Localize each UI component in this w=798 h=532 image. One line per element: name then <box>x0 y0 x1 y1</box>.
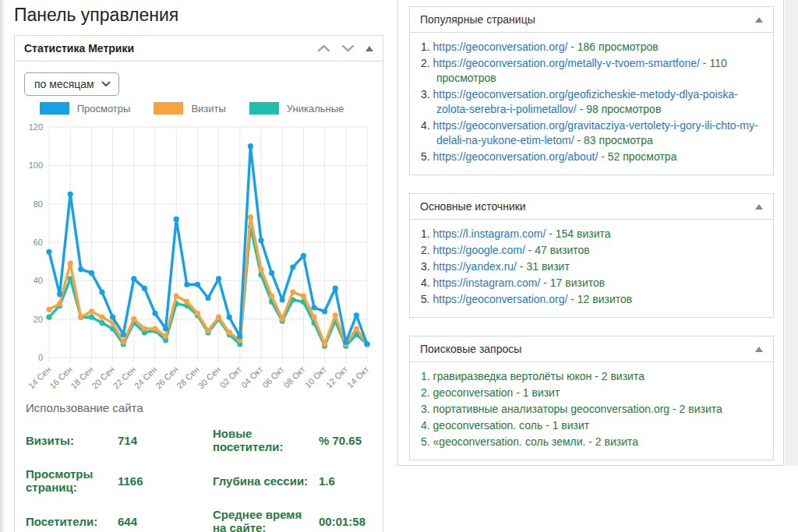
stat-value: 1.6 <box>319 474 365 488</box>
panel-main-sources: Основные источники 1. https://l.instagra… <box>409 193 774 318</box>
page-link[interactable]: https://geoconversation.org/ <box>433 293 568 305</box>
item-count: - 2 визита <box>669 403 722 415</box>
y-axis-label: 120 <box>29 122 43 132</box>
data-point <box>68 261 73 266</box>
data-point <box>163 326 168 331</box>
page-link[interactable]: https://geoconversation.org/ <box>433 41 568 53</box>
page-link[interactable]: https://geoconversation.org/about/ <box>433 150 598 163</box>
metrika-panel-body: по месяцам ПросмотрыВизитыУникальные 020… <box>15 62 383 532</box>
data-point <box>163 333 168 339</box>
page-title: Панель управления <box>14 5 178 26</box>
stat-label: Визиты: <box>26 434 113 447</box>
metrika-panel-controls <box>317 44 373 52</box>
list-item-number: 2. <box>421 57 433 69</box>
x-axis-label: 08 Окт <box>281 365 306 389</box>
list-item-number: 5. <box>421 150 433 163</box>
data-point <box>258 266 263 272</box>
site-usage-stats: Визиты:714Новые посетители:% 70.65Просмо… <box>26 427 373 532</box>
page-link[interactable]: https://google.com/ <box>433 244 525 256</box>
list-item-number: 5. <box>421 293 433 305</box>
list-item-number: 4. <box>421 277 433 289</box>
legend-item[interactable]: Визиты <box>154 102 225 115</box>
collapse-toggle-icon[interactable] <box>755 204 763 210</box>
list-item: 2. https://geoconversation.org/metally-v… <box>421 56 762 86</box>
item-count: - 1 визит <box>542 419 589 432</box>
item-count: - 47 визитов <box>525 244 590 256</box>
search-query-text: гравиразведка вертолёты юкон <box>433 370 592 382</box>
list-item: 5. «geoconversation. соль земли. - 2 виз… <box>421 435 762 449</box>
data-point <box>269 270 274 276</box>
list-item-number: 4. <box>421 119 433 132</box>
legend-item[interactable]: Просмотры <box>40 102 131 115</box>
list-item: 1. https://geoconversation.org/ - 186 пр… <box>421 40 762 55</box>
panel-search-queries: Поисковые запросы 1. гравиразведка верто… <box>409 336 774 460</box>
item-count: - 83 просмотра <box>574 134 653 146</box>
collapse-toggle-icon[interactable] <box>755 347 763 352</box>
stat-label: Глубина сессии: <box>213 474 314 488</box>
data-point <box>290 290 295 295</box>
metrika-panel-title: Статистика Метрики <box>24 42 134 55</box>
data-point <box>121 332 126 337</box>
data-point <box>46 307 51 312</box>
data-point <box>322 308 327 314</box>
stat-value: 644 <box>118 515 208 528</box>
x-axis-label: 26 Сен <box>154 365 180 391</box>
legend-item[interactable]: Уникальные <box>249 102 344 115</box>
item-count: - 17 визитов <box>540 277 605 289</box>
x-axis-label: 14 Сен <box>26 365 53 391</box>
item-count: - 52 просмотра <box>598 150 676 163</box>
data-point <box>333 312 338 318</box>
data-point <box>248 143 253 149</box>
data-point <box>78 315 83 320</box>
data-point <box>131 316 136 322</box>
x-axis-label: 06 Окт <box>260 365 285 389</box>
panel-header: Поисковые запросы <box>410 336 773 362</box>
page-link[interactable]: https://instagram.com/ <box>433 277 541 289</box>
collapse-toggle-icon[interactable] <box>755 17 763 23</box>
x-axis-label: 18 Сен <box>69 365 95 391</box>
legend-label: Визиты <box>191 103 225 115</box>
data-point <box>57 291 62 297</box>
data-point <box>280 297 285 302</box>
data-point <box>131 276 136 281</box>
data-point <box>89 270 94 276</box>
stat-value: % 70.65 <box>319 434 365 447</box>
data-point <box>174 217 179 222</box>
data-point <box>195 282 200 287</box>
x-axis-label: 22 Сен <box>111 365 138 391</box>
panel-popular-pages: Популярные страницы 1. https://geoconver… <box>409 6 774 175</box>
page-link[interactable]: https://yandex.ru/ <box>433 260 517 273</box>
page-link[interactable]: https://l.instagram.com/ <box>433 227 546 240</box>
move-down-icon[interactable] <box>341 44 355 52</box>
data-point <box>301 293 306 298</box>
data-point <box>174 293 179 298</box>
site-usage-title: Использование сайта <box>26 401 373 414</box>
data-point <box>216 315 221 320</box>
list-item-number: 1. <box>421 41 433 53</box>
list-item: 4. https://geoconversation.org/gravitacz… <box>421 118 762 148</box>
data-point <box>354 326 359 331</box>
data-point <box>46 315 51 320</box>
list-item-number: 3. <box>421 403 433 415</box>
data-point <box>46 249 51 255</box>
metrika-statistics-panel: Статистика Метрики по месяцам ПросмотрыВ… <box>14 35 383 532</box>
period-select[interactable]: по месяцам <box>24 72 119 96</box>
stat-value: 00:01:58 <box>319 515 365 528</box>
data-point <box>184 282 189 287</box>
page-link[interactable]: https://geoconversation.org/metally-v-tv… <box>433 57 700 69</box>
list-item: 1. https://l.instagram.com/ - 154 визита <box>421 227 762 241</box>
stat-label: Новые посетители: <box>213 427 314 453</box>
search-query-text: «geoconversation. соль земли. <box>433 435 586 448</box>
period-select-value: по месяцам <box>34 78 94 90</box>
data-point <box>78 266 83 272</box>
dropdown-chevron-icon <box>101 81 111 87</box>
x-axis-label: 30 Сен <box>196 365 222 391</box>
collapse-toggle-icon[interactable] <box>365 46 373 51</box>
list-item-number: 3. <box>421 260 433 273</box>
move-up-icon[interactable] <box>317 44 330 52</box>
x-axis-label: 10 Окт <box>303 365 328 389</box>
chart-grid <box>49 127 367 362</box>
data-point <box>142 326 147 331</box>
x-axis-label: 28 Сен <box>175 365 201 391</box>
data-point <box>216 276 221 281</box>
